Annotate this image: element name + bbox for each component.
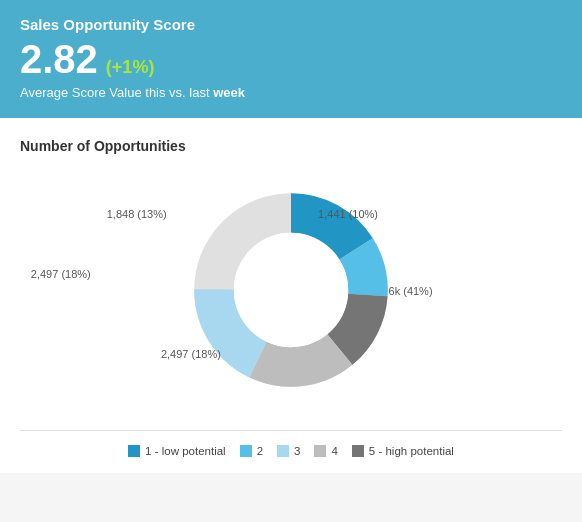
chart-labels: 6k (41%) 1,441 (10%) 1,848 (13%) 2,497 (… <box>20 170 562 410</box>
legend-swatch-3 <box>314 445 326 457</box>
score-change: (+1%) <box>106 57 155 78</box>
legend-swatch-4 <box>352 445 364 457</box>
legend-item-4: 5 - high potential <box>352 445 454 457</box>
header-card: Sales Opportunity Score 2.82 (+1%) Avera… <box>0 0 582 118</box>
legend-label-1: 2 <box>257 445 263 457</box>
legend-swatch-1 <box>240 445 252 457</box>
label-2: 1,441 (10%) <box>318 208 378 220</box>
legend-item-1: 2 <box>240 445 263 457</box>
legend-item-0: 1 - low potential <box>128 445 226 457</box>
legend-item-3: 4 <box>314 445 337 457</box>
score-row: 2.82 (+1%) <box>20 39 562 79</box>
subtitle-period: week <box>213 85 245 100</box>
legend-label-3: 4 <box>331 445 337 457</box>
header-subtitle: Average Score Value this vs. last week <box>20 85 562 100</box>
label-3: 2,497 (18%) <box>161 348 221 360</box>
header-title: Sales Opportunity Score <box>20 16 562 33</box>
legend-label-2: 3 <box>294 445 300 457</box>
legend-label-0: 1 - low potential <box>145 445 226 457</box>
label-4: 2,497 (18%) <box>31 268 91 280</box>
chart-container: 6k (41%) 1,441 (10%) 1,848 (13%) 2,497 (… <box>20 170 562 410</box>
label-5: 1,848 (13%) <box>107 208 167 220</box>
legend-item-2: 3 <box>277 445 300 457</box>
legend-label-4: 5 - high potential <box>369 445 454 457</box>
section-title: Number of Opportunities <box>20 138 562 154</box>
label-1: 6k (41%) <box>389 285 433 297</box>
legend: 1 - low potential2345 - high potential <box>20 430 562 457</box>
legend-swatch-0 <box>128 445 140 457</box>
subtitle-text: Average Score Value this vs. last <box>20 85 213 100</box>
legend-swatch-2 <box>277 445 289 457</box>
main-content: Number of Opportunities <box>0 118 582 473</box>
score-value: 2.82 <box>20 39 98 79</box>
